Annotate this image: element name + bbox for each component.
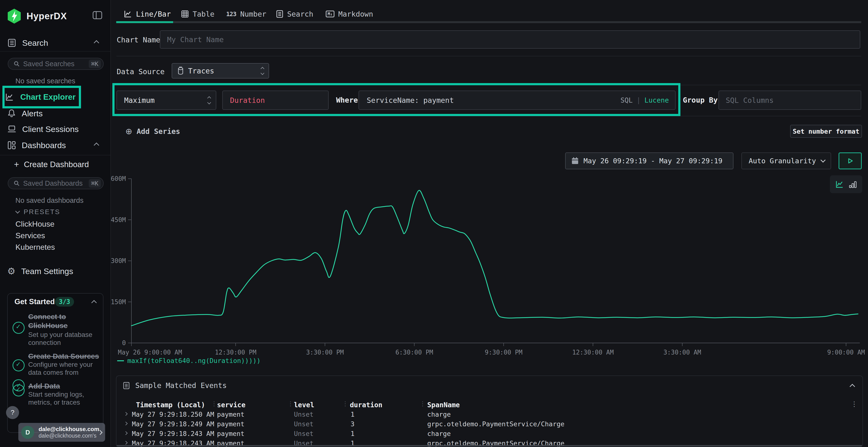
- section-divider: [117, 116, 861, 116]
- granularity-value: Auto Granularity: [749, 157, 816, 165]
- query-language-toggle[interactable]: SQL | Lucene: [620, 96, 669, 104]
- legend-swatch: [117, 360, 124, 361]
- where-input[interactable]: ServiceName: payment SQL | Lucene: [359, 91, 676, 110]
- date-range-value: May 26 09:29:19 - May 27 09:29:19: [584, 157, 722, 165]
- group-by-input[interactable]: SQL Columns: [718, 91, 861, 110]
- help-button[interactable]: ?: [6, 406, 19, 419]
- saved-dashboards-input[interactable]: Saved Dashboards ⌘K: [8, 177, 104, 189]
- add-series-button[interactable]: ⊕ Add Series: [125, 125, 180, 137]
- presets-toggle[interactable]: PRESETS: [16, 208, 60, 216]
- cell-service[interactable]: payment: [217, 420, 245, 428]
- user-card[interactable]: D dale@clickhouse.com dale@clickhouse.co…: [18, 423, 105, 442]
- sidebar-item-chart-explorer[interactable]: Chart Explorer: [5, 90, 77, 105]
- tab-table[interactable]: Table: [181, 7, 214, 21]
- avatar-initial: D: [26, 429, 30, 436]
- cell-timestamp[interactable]: May 27 9:29:18.243 AM: [132, 430, 214, 437]
- tab-label: Table: [193, 10, 214, 18]
- get-started-card: Get Started 3/3 ✓ Connect to ClickHouse …: [7, 293, 103, 433]
- section-divider: [117, 56, 861, 56]
- cell-spanname[interactable]: charge: [427, 411, 451, 418]
- tab-markdown[interactable]: M↓ Markdown: [326, 7, 373, 21]
- cell-spanname[interactable]: grpc.oteldemo.PaymentService/Charge: [427, 420, 564, 428]
- cell-duration[interactable]: 1: [350, 411, 354, 418]
- cell-timestamp[interactable]: May 27 9:29:18.250 AM: [132, 411, 214, 418]
- saved-searches-input[interactable]: Saved Searches ⌘K: [8, 58, 104, 70]
- field-input[interactable]: Duration: [222, 91, 329, 110]
- group-by-placeholder: SQL Columns: [726, 96, 774, 105]
- sidebar-item-client-sessions[interactable]: Client Sessions: [7, 122, 104, 136]
- expand-row-icon[interactable]: [124, 431, 128, 435]
- column-handle-icon[interactable]: ⋮: [287, 400, 294, 407]
- sample-events-header[interactable]: Sample Matched Events: [123, 381, 227, 390]
- collapse-section-icon[interactable]: [850, 384, 855, 389]
- cell-duration[interactable]: 3: [350, 420, 354, 428]
- cell-level[interactable]: Unset: [294, 411, 313, 418]
- column-header-level[interactable]: level: [294, 401, 314, 409]
- sidebar-item-search[interactable]: Search: [7, 36, 104, 49]
- column-handle-icon[interactable]: ⋮: [342, 400, 348, 407]
- cell-service[interactable]: payment: [217, 411, 245, 418]
- preset-kubernetes[interactable]: Kubernetes: [16, 243, 55, 252]
- table-menu-kebab-icon[interactable]: ⋮: [851, 400, 858, 408]
- where-label: Where: [336, 96, 358, 104]
- toggle-separator: |: [637, 96, 641, 104]
- timeseries-chart[interactable]: 0150M300M450M600MMay 26 9:00:00 AM12:30:…: [111, 166, 868, 361]
- chart-name-input[interactable]: My Chart Name: [160, 30, 860, 49]
- svg-text:600M: 600M: [111, 175, 126, 182]
- add-series-label: Add Series: [137, 127, 180, 136]
- preset-clickhouse[interactable]: ClickHouse: [16, 220, 55, 229]
- chevron-up-icon[interactable]: [94, 143, 99, 148]
- expand-row-icon[interactable]: [124, 441, 128, 445]
- cell-timestamp[interactable]: May 27 9:29:18.249 AM: [132, 420, 214, 428]
- sidebar-item-label: Dashboards: [22, 141, 66, 150]
- chevron-down-icon: [820, 157, 826, 162]
- svg-text:300M: 300M: [111, 257, 126, 265]
- dashboard-grid-icon: [7, 141, 16, 149]
- no-saved-dashboards-text: No saved dashboards: [16, 197, 84, 204]
- tab-number[interactable]: 123 Number: [226, 7, 267, 21]
- chevron-down-icon: [15, 209, 20, 214]
- data-source-value: Traces: [188, 67, 214, 75]
- aggregation-value: Maximum: [124, 96, 155, 105]
- set-number-format-button[interactable]: Set number format: [790, 125, 862, 138]
- aggregation-select[interactable]: Maximum: [117, 91, 216, 110]
- sidebar-item-alerts[interactable]: Alerts: [7, 107, 104, 120]
- get-started-step-title: Add Data: [28, 381, 103, 390]
- get-started-badge: 3/3: [55, 297, 74, 307]
- get-started-step-subtitle: Start sending logs, metrics, or traces: [28, 390, 103, 406]
- cell-duration[interactable]: 1: [350, 430, 354, 437]
- cell-service[interactable]: payment: [217, 430, 245, 437]
- expand-row-icon[interactable]: [124, 422, 128, 425]
- tab-line-bar[interactable]: Line/Bar: [123, 7, 171, 21]
- brand-name: HyperDX: [27, 11, 67, 22]
- saved-dashboards-placeholder: Saved Dashboards: [23, 179, 83, 187]
- chevron-up-icon[interactable]: [94, 40, 99, 46]
- journal-icon: [7, 38, 17, 47]
- sidebar-item-label: Chart Explorer: [20, 93, 75, 102]
- create-dashboard-button[interactable]: + Create Dashboard: [14, 159, 89, 171]
- sql-toggle[interactable]: SQL: [620, 96, 633, 104]
- number-icon: 123: [226, 10, 236, 18]
- expand-row-icon[interactable]: [124, 412, 128, 416]
- data-source-select[interactable]: Traces: [172, 63, 269, 78]
- lucene-toggle[interactable]: Lucene: [645, 96, 669, 104]
- column-header-service[interactable]: service: [217, 401, 245, 409]
- column-header-timestamp[interactable]: Timestamp (Local): [136, 401, 205, 409]
- tab-active-underline: [116, 21, 173, 23]
- chevron-up-icon[interactable]: [91, 300, 97, 306]
- table-grid-icon: [181, 10, 189, 18]
- preset-services[interactable]: Services: [16, 231, 45, 240]
- cell-level[interactable]: Unset: [294, 430, 313, 437]
- column-header-duration[interactable]: duration: [350, 401, 382, 409]
- svg-text:3:30:00 AM: 3:30:00 AM: [663, 349, 701, 356]
- sidebar-item-team-settings[interactable]: ⚙ Team Settings: [7, 265, 104, 278]
- tab-search[interactable]: Search: [276, 7, 313, 21]
- horizontal-scrollbar[interactable]: [117, 445, 862, 446]
- column-header-spanname[interactable]: SpanName: [427, 401, 460, 409]
- sidebar-item-dashboards[interactable]: Dashboards: [7, 138, 104, 152]
- cell-level[interactable]: Unset: [294, 420, 313, 428]
- collapse-sidebar-icon[interactable]: [93, 11, 102, 19]
- column-handle-icon[interactable]: ⋮: [211, 400, 217, 407]
- column-handle-icon[interactable]: ⋮: [420, 400, 426, 407]
- cell-spanname[interactable]: charge: [427, 430, 451, 437]
